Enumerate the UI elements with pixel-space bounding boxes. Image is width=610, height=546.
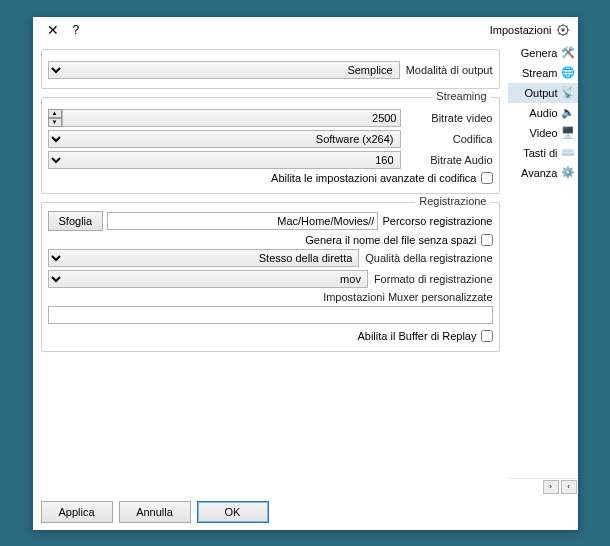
sidebar-item-output[interactable]: 📡 Output: [508, 83, 578, 103]
audio-bitrate-label: Bitrate Audio: [407, 154, 493, 166]
svg-line-8: [558, 33, 559, 34]
video-bitrate-input[interactable]: [62, 109, 401, 127]
scroll-right-button[interactable]: ›: [561, 480, 577, 494]
browse-button[interactable]: Sfoglia: [48, 211, 104, 231]
encoder-select[interactable]: Software (x264): [48, 130, 401, 148]
sidebar-item-label: Avanza: [521, 167, 558, 179]
nospaces-label: Genera il nome del file senza spazi: [305, 234, 476, 246]
recording-quality-select[interactable]: Stesso della diretta: [48, 249, 360, 267]
sidebar-item-label: Video: [530, 127, 558, 139]
output-mode-label: Modalità di output: [406, 64, 493, 76]
sidebar-item-label: Tasti di: [523, 147, 557, 159]
gear-icon: [556, 23, 570, 37]
scroll-left-button[interactable]: ‹: [543, 480, 559, 494]
sidebar-item-label: Audio: [529, 107, 557, 119]
sidebar-item-video[interactable]: 🖥️ Video: [508, 123, 578, 143]
ok-button[interactable]: OK: [197, 501, 269, 523]
video-bitrate-label: Bitrate video: [407, 112, 493, 124]
recording-legend: Registrazione: [415, 195, 490, 207]
spin-down-button[interactable]: ▼: [48, 118, 62, 127]
muxer-label: Impostazioni Muxer personalizzate: [323, 291, 492, 303]
monitor-icon: 🖥️: [561, 125, 576, 140]
replay-buffer-label: Abilita il Buffer di Replay: [357, 330, 476, 342]
sidebar-item-hotkeys[interactable]: ⌨️ Tasti di: [508, 143, 578, 163]
advanced-encoding-checkbox[interactable]: [481, 172, 493, 184]
svg-point-1: [561, 28, 565, 32]
advanced-encoding-label: Abilita le impostazioni avanzate di codi…: [271, 172, 476, 184]
recording-group: Registrazione Percorso registrazione Sfo…: [41, 202, 500, 352]
footer: OK Annulla Applica: [33, 494, 578, 530]
window-title: Impostazioni: [490, 24, 552, 36]
spin-up-button[interactable]: ▲: [48, 109, 62, 118]
sidebar-item-label: Genera: [521, 47, 558, 59]
sidebar-item-stream[interactable]: 🌐 Stream: [508, 63, 578, 83]
speaker-icon: 🔈: [561, 105, 576, 120]
svg-line-6: [558, 25, 559, 26]
wrench-icon: 🛠️: [561, 45, 576, 60]
sidebar-item-advanced[interactable]: ⚙️ Avanza: [508, 163, 578, 183]
sidebar-item-general[interactable]: 🛠️ Genera: [508, 43, 578, 63]
sidebar-scrollbar: › ‹: [508, 478, 578, 494]
streaming-legend: Streaming: [432, 90, 490, 102]
content-pane: Modalità di output Semplice Streaming Bi…: [33, 43, 508, 494]
sidebar-item-label: Stream: [522, 67, 557, 79]
recording-format-label: Formato di registrazione: [374, 273, 493, 285]
output-mode-select[interactable]: Semplice: [48, 61, 400, 79]
svg-line-7: [566, 33, 567, 34]
cogs-icon: ⚙️: [561, 165, 576, 180]
titlebar: Impostazioni ? ✕: [33, 17, 578, 43]
sidebar-item-audio[interactable]: 🔈 Audio: [508, 103, 578, 123]
close-button[interactable]: ✕: [41, 22, 65, 38]
help-button[interactable]: ?: [65, 23, 88, 37]
replay-buffer-checkbox[interactable]: [481, 330, 493, 342]
sidebar: 🛠️ Genera 🌐 Stream 📡 Output 🔈 Audio 🖥️: [508, 43, 578, 494]
cancel-button[interactable]: Annulla: [119, 501, 191, 523]
svg-line-9: [566, 25, 567, 26]
recording-path-label: Percorso registrazione: [382, 215, 492, 227]
recording-quality-label: Qualità della registrazione: [365, 252, 492, 264]
apply-button[interactable]: Applica: [41, 501, 113, 523]
output-mode-group: Modalità di output Semplice: [41, 49, 500, 89]
window-body: 🛠️ Genera 🌐 Stream 📡 Output 🔈 Audio 🖥️: [33, 43, 578, 494]
recording-path-input[interactable]: [107, 212, 378, 230]
sidebar-item-label: Output: [524, 87, 557, 99]
encoder-label: Codifica: [407, 133, 493, 145]
broadcast-icon: 📡: [561, 85, 576, 100]
keyboard-icon: ⌨️: [561, 145, 576, 160]
recording-format-select[interactable]: mov: [48, 270, 368, 288]
settings-window: Impostazioni ? ✕ 🛠️ Genera 🌐 Stream 📡 Ou…: [33, 17, 578, 530]
nospaces-checkbox[interactable]: [481, 234, 493, 246]
audio-bitrate-select[interactable]: 160: [48, 151, 401, 169]
globe-icon: 🌐: [561, 65, 576, 80]
muxer-input[interactable]: [48, 306, 493, 324]
streaming-group: Streaming Bitrate video ▲ ▼ Codifica Sof…: [41, 97, 500, 194]
